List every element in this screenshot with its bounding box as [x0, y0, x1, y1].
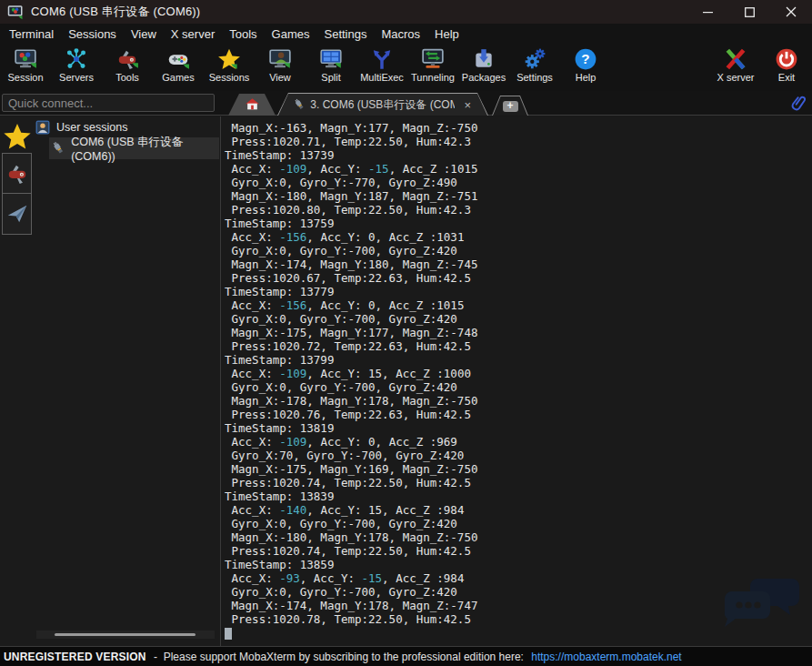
terminal-line: Gyro_X:0, Gyro_Y:-700, Gyro_Z:420	[225, 244, 477, 257]
tree-item-com6-session[interactable]: COM6 (USB 串行设备 (COM6))	[49, 137, 219, 159]
window-title: COM6 (USB 串行设备 (COM6))	[31, 4, 200, 20]
terminal-line: Press:1020.67, Temp:22.63, Hum:42.5	[225, 271, 477, 285]
app-logo-icon	[7, 4, 24, 20]
terminal-line: Gyro_X:0, Gyro_Y:-770, Gyro_Z:490	[225, 176, 477, 189]
toolbar-label: Session	[7, 72, 43, 83]
menu-tools[interactable]: Tools	[222, 25, 264, 43]
toolbar-packages-button[interactable]: Packages	[458, 44, 509, 91]
toolbar-games-button[interactable]: Games	[153, 44, 204, 91]
menu-games[interactable]: Games	[265, 25, 317, 43]
status-message: - Please support MobaXterm by subscribin…	[151, 651, 527, 663]
terminal[interactable]: Magn_X:-163, Magn_Y:177, Magn_Z:-750 Pre…	[221, 116, 812, 646]
terminal-line: Press:1020.78, Temp:22.50, Hum:42.5	[225, 612, 477, 626]
terminal-line: TimeStamp: 13819	[225, 421, 477, 435]
toolbar-label: Split	[321, 72, 340, 83]
terminal-line: Press:1020.74, Temp:22.50, Hum:42.5	[225, 476, 477, 489]
toolbar-right: X serverExit	[710, 44, 812, 91]
terminal-line: Magn_X:-174, Magn_Y:178, Magn_Z:-747	[225, 599, 477, 612]
menu-x-server[interactable]: X server	[164, 25, 222, 43]
toolbar-label: Tunneling	[411, 72, 455, 83]
terminal-line: TimeStamp: 13739	[225, 148, 477, 162]
toolbar-multiexec-button[interactable]: MultiExec	[356, 44, 407, 91]
menu-help[interactable]: Help	[427, 25, 466, 43]
quick-connect-input[interactable]	[2, 94, 215, 112]
terminal-line: Press:1020.80, Temp:22.50, Hum:42.3	[225, 203, 477, 217]
toolbar-settings-button[interactable]: Settings	[509, 44, 560, 91]
tab-active[interactable]: 3. COM6 (USB串行设备 (COM6)) ×	[277, 93, 488, 116]
terminal-line: Press:1020.76, Temp:22.63, Hum:42.5	[225, 408, 477, 421]
toolbar-label: Settings	[516, 72, 553, 83]
terminal-line: Acc_X: -109, Acc_Y: 0, Acc_Z :969	[225, 435, 477, 449]
terminal-cursor	[225, 628, 232, 640]
terminal-output: Magn_X:-163, Magn_Y:177, Magn_Z:-750 Pre…	[225, 121, 477, 640]
terminal-line: Acc_X: -140, Acc_Y: 15, Acc_Z :984	[225, 503, 477, 517]
toolbar-tunneling-button[interactable]: Tunneling	[407, 44, 458, 91]
toolbar-tools-button[interactable]: Tools	[102, 44, 153, 91]
macros-rail-tab[interactable]	[2, 194, 32, 235]
terminal-cursor-line	[225, 626, 477, 640]
menu-terminal[interactable]: Terminal	[2, 25, 61, 43]
toolbar-view-button[interactable]: View	[255, 44, 306, 91]
terminal-line: Magn_X:-163, Magn_Y:177, Magn_Z:-750	[225, 121, 477, 135]
exit-icon	[775, 47, 798, 71]
multiexec-icon	[370, 47, 394, 71]
toolbar-help-button[interactable]: ?Help	[560, 44, 611, 91]
toolbar: SessionServersToolsGamesSessionsViewSpli…	[0, 44, 812, 91]
menu-macros[interactable]: Macros	[374, 25, 427, 43]
tab-home[interactable]	[228, 94, 276, 116]
star-icon	[217, 47, 241, 71]
toolbar-sessions-button[interactable]: Sessions	[204, 44, 255, 91]
menu-settings[interactable]: Settings	[317, 25, 375, 43]
sessions-star-tab[interactable]	[3, 122, 32, 149]
session-icon	[14, 47, 37, 71]
sidebar-hscrollbar[interactable]	[36, 631, 215, 639]
tab-close-icon[interactable]: ×	[464, 99, 471, 111]
terminal-line: TimeStamp: 13839	[225, 489, 477, 503]
toolbar-label: MultiExec	[360, 72, 404, 83]
toolbar-label: Exit	[778, 72, 795, 83]
new-tab-plus-icon: +	[503, 101, 518, 112]
toolbar-servers-button[interactable]: Servers	[51, 44, 102, 91]
terminal-line: Magn_X:-178, Magn_Y:178, Magn_Z:-750	[225, 394, 477, 408]
maximize-button[interactable]	[728, 0, 770, 24]
minimize-button[interactable]	[687, 0, 728, 24]
toolbar-session-button[interactable]: Session	[0, 44, 51, 91]
title-bar: COM6 (USB 串行设备 (COM6))	[0, 0, 812, 24]
sidebar-rail	[0, 116, 33, 646]
terminal-line: Magn_X:-175, Magn_Y:169, Magn_Z:-750	[225, 462, 477, 476]
toolbar-label: Games	[162, 72, 194, 83]
terminal-line: Press:1020.72, Temp:22.63, Hum:42.5	[225, 339, 477, 353]
menu-sessions[interactable]: Sessions	[61, 25, 124, 43]
terminal-line: TimeStamp: 13779	[225, 285, 477, 298]
tools-knife-icon	[115, 47, 139, 71]
mobatek-link[interactable]: https://mobaxterm.mobatek.net	[531, 651, 681, 663]
tab-bar: 3. COM6 (USB串行设备 (COM6)) × +	[221, 91, 812, 116]
toolbar-x-server-button[interactable]: X server	[710, 44, 761, 91]
terminal-line: Magn_X:-174, Magn_Y:180, Magn_Z:-745	[225, 257, 477, 271]
unregistered-label: UNREGISTERED VERSION	[4, 651, 146, 663]
toolbar-label: X server	[717, 72, 755, 83]
tools-rail-tab[interactable]	[2, 153, 32, 194]
toolbar-label: View	[269, 72, 291, 83]
toolbar-split-button[interactable]: Split	[306, 44, 356, 91]
close-button[interactable]	[770, 0, 812, 24]
user-sessions-icon	[35, 119, 51, 136]
gear-icon	[523, 47, 546, 71]
toolbar-exit-button[interactable]: Exit	[761, 44, 812, 91]
status-bar: UNREGISTERED VERSION - Please support Mo…	[0, 646, 812, 666]
view-icon	[268, 47, 292, 71]
tunneling-icon	[421, 47, 445, 71]
serial-plug-icon	[293, 97, 306, 112]
tab-new[interactable]: +	[492, 96, 528, 116]
packages-icon	[472, 47, 496, 71]
sidebar-hscrollbar-thumb[interactable]	[55, 633, 195, 636]
chat-bubbles-watermark	[723, 577, 803, 628]
menu-view[interactable]: View	[124, 25, 164, 43]
tab-strip: 3. COM6 (USB串行设备 (COM6)) × +	[0, 91, 812, 116]
terminal-line: Acc_X: -156, Acc_Y: 0, Acc_Z :1015	[225, 298, 477, 312]
terminal-line: Gyro_X:70, Gyro_Y:-700, Gyro_Z:420	[225, 449, 477, 462]
xserver-icon	[724, 47, 747, 71]
paperclip-icon[interactable]	[790, 94, 808, 112]
terminal-line: TimeStamp: 13799	[225, 353, 477, 367]
toolbar-label: Packages	[462, 72, 506, 83]
